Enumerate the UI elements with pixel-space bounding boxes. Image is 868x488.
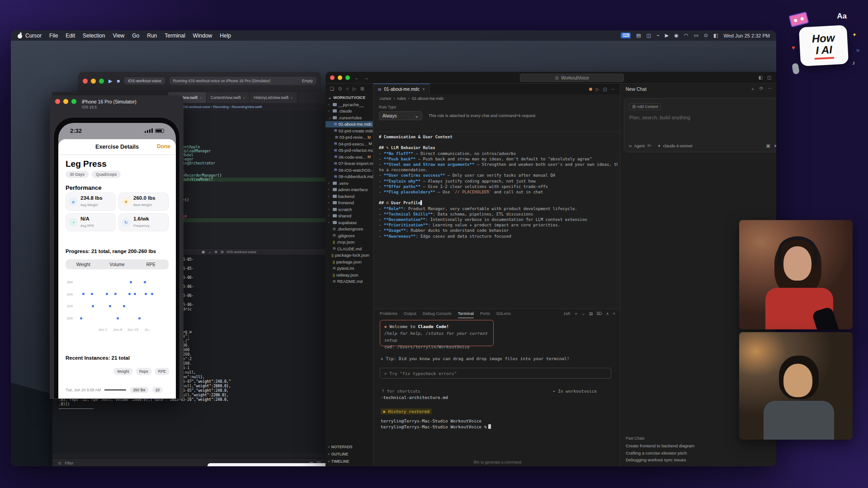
- file-tree-item[interactable]: ▤ 03-prd-revie... M: [326, 134, 373, 141]
- recent-filter-button[interactable]: Reps: [136, 368, 152, 375]
- panel-action-icon[interactable]: ×: [613, 311, 615, 316]
- menu-item[interactable]: View: [113, 33, 124, 39]
- status-icon[interactable]: ◧: [713, 33, 718, 38]
- menu-item[interactable]: Run: [147, 33, 157, 39]
- xcode-file-tab[interactable]: HistoryListView.swift ×: [250, 92, 297, 103]
- apple-menu-icon[interactable]: [17, 33, 23, 38]
- panel-action-icon[interactable]: ⌄: [582, 311, 585, 316]
- panel-tab[interactable]: Terminal: [458, 309, 474, 318]
- breadcrumb-folder[interactable]: .cursor: [379, 96, 392, 101]
- panel-tab[interactable]: Output: [404, 311, 416, 316]
- close-tab-icon[interactable]: ×: [291, 96, 293, 100]
- breadcrumb-folder[interactable]: rules: [397, 96, 406, 101]
- files-icon[interactable]: ❏: [330, 86, 334, 91]
- tag-pill[interactable]: Quadriceps: [92, 171, 121, 178]
- chat-header-icon[interactable]: ⋯: [768, 86, 772, 92]
- past-chat-item[interactable]: Debugging workout sync issues: [626, 457, 776, 465]
- attach-image-icon[interactable]: ▣: [766, 143, 770, 148]
- sidebar-section[interactable]: › TIMELINE: [326, 458, 373, 465]
- file-tree-item[interactable]: ▤ 01-about-me.mdc: [326, 121, 373, 128]
- terminal-content[interactable]: ✱ Welcome to Claude Code! /help for help…: [380, 320, 615, 466]
- file-tree-item[interactable]: › __pycache__: [326, 101, 373, 108]
- segment-option[interactable]: Weight: [66, 260, 100, 268]
- file-tree-item[interactable]: {} railway.json: [326, 272, 373, 278]
- model-selector[interactable]: claude-4-sonnet: [663, 144, 693, 148]
- xcode-file-tab[interactable]: ContentView.swift ×: [207, 92, 250, 103]
- file-tree-item[interactable]: › shared: [326, 213, 373, 220]
- menu-item[interactable]: File: [49, 33, 58, 39]
- workspace-root[interactable]: ⌄ WORKOUTVOICE: [326, 94, 373, 101]
- status-icon[interactable]: ⊙: [704, 33, 708, 38]
- past-chat-item[interactable]: Create frontend to backend diagram: [626, 443, 776, 450]
- chat-input-box[interactable]: @ Add Context Plan, search, build anythi…: [624, 98, 776, 152]
- status-icon[interactable]: ▤: [636, 33, 641, 38]
- menu-item[interactable]: Window: [193, 33, 212, 39]
- debug-icon-1[interactable]: ▣: [202, 250, 205, 254]
- file-tree-item[interactable]: ▤ CLAUDE.md: [326, 245, 373, 252]
- panel-tab[interactable]: Ports: [480, 311, 490, 316]
- breadcrumb[interactable]: .cursor › rules › 01-about-me.mdc: [373, 94, 620, 102]
- file-tree-item[interactable]: ▤ 06-code-exe... M: [326, 154, 373, 160]
- file-tree-item[interactable]: › admin-interface: [326, 187, 373, 193]
- debug-icon-2[interactable]: ⌄: [208, 250, 212, 254]
- menu-item[interactable]: Selection: [83, 33, 105, 39]
- file-tree-item[interactable]: ▤ 09-rubberduck.mdc: [326, 174, 373, 180]
- file-tree-item[interactable]: › backend: [326, 193, 373, 200]
- status-icon[interactable]: ▶: [665, 33, 669, 38]
- file-tree-item[interactable]: ▤ 04-prd-execu... M: [326, 141, 373, 147]
- status-icon[interactable]: ⌨: [621, 33, 631, 38]
- run-debug-icon[interactable]: ▷: [353, 86, 356, 91]
- status-icon[interactable]: ◫: [646, 33, 651, 38]
- file-tree-item[interactable]: {} package.json: [326, 258, 373, 265]
- nav-forward-icon[interactable]: →: [364, 75, 369, 80]
- chat-header-icon[interactable]: ⟳: [760, 86, 763, 92]
- run-button[interactable]: ▶: [108, 78, 112, 84]
- file-tree-item[interactable]: {} package-lock.json: [326, 252, 373, 259]
- file-tree-item[interactable]: ▤ .gitignore: [326, 232, 373, 239]
- close-tab-icon[interactable]: ×: [243, 96, 245, 100]
- panel-action-icon[interactable]: zsh: [564, 311, 571, 316]
- command-search-box[interactable]: ⊙ WorkoutVoice: [520, 74, 624, 82]
- rule-type-dropdown[interactable]: Always ⌄: [379, 111, 422, 120]
- source-control-icon[interactable]: ⑂: [346, 86, 349, 91]
- file-tree-item[interactable]: {} .mcp.json: [326, 239, 373, 246]
- file-tree-item[interactable]: ▤ .dockerignore: [326, 226, 373, 233]
- status-icon[interactable]: ◉: [674, 33, 679, 38]
- file-tree-item[interactable]: ▤ pytest.ini: [326, 265, 373, 272]
- editor-tab[interactable]: ▤ 01-about-me.mdc ×: [373, 84, 430, 94]
- file-tree-item[interactable]: › frontend: [326, 200, 373, 206]
- file-tree-item[interactable]: ▤ README.md: [326, 278, 373, 285]
- extensions-icon[interactable]: ⊞: [360, 86, 364, 91]
- recent-filter-button[interactable]: RPE: [155, 368, 170, 375]
- http-method-badge[interactable]: GET: [239, 466, 257, 467]
- file-tree-item[interactable]: › supabase: [326, 219, 373, 226]
- sidebar-section[interactable]: › OUTLINE: [326, 450, 373, 458]
- close-tab-icon[interactable]: ×: [422, 87, 425, 92]
- recent-filter-button[interactable]: Weight: [113, 368, 132, 375]
- segment-option[interactable]: RPE: [134, 260, 168, 268]
- done-button[interactable]: Done: [157, 143, 170, 150]
- filter-placeholder[interactable]: Filter: [65, 461, 73, 465]
- panel-action-icon[interactable]: ∧: [606, 311, 609, 316]
- claude-input-box[interactable]: > Try "fix typecheck errors": [380, 368, 611, 379]
- breadcrumb-file[interactable]: 01-about-me.mdc: [412, 96, 444, 101]
- recent-instance-row[interactable]: Tue, Jun 24 5:58 AM 260 lbs 10: [66, 387, 169, 393]
- stop-button[interactable]: ■: [117, 78, 120, 84]
- file-tree-item[interactable]: ▤ 07-linear-import.m...: [326, 160, 373, 167]
- sidebar-section[interactable]: › NOTEPADS: [326, 443, 373, 450]
- scatter-plot[interactable]: Jun 1Jun 8Jun 15Ju...260240220200: [75, 275, 159, 325]
- chat-header-icon[interactable]: ＋: [750, 86, 755, 92]
- segment-option[interactable]: Volume: [100, 260, 134, 268]
- tag-pill[interactable]: 30 Days: [66, 171, 89, 178]
- menu-item[interactable]: Edit: [66, 33, 75, 39]
- status-icon[interactable]: ⌁: [656, 33, 660, 38]
- menu-clock[interactable]: Wed Jun 25 2:32 PM: [723, 33, 770, 38]
- send-icon[interactable]: ➤: [774, 143, 776, 148]
- window-controls[interactable]: [330, 75, 350, 80]
- status-icon[interactable]: ▭: [693, 33, 698, 38]
- panel-tab[interactable]: GitLens: [496, 311, 511, 316]
- file-tree-item[interactable]: › scratch: [326, 206, 373, 213]
- panel-tab[interactable]: Debug Console: [423, 311, 452, 316]
- panel-tab[interactable]: Problems: [380, 311, 397, 316]
- agent-mode-selector[interactable]: Agent: [634, 144, 645, 148]
